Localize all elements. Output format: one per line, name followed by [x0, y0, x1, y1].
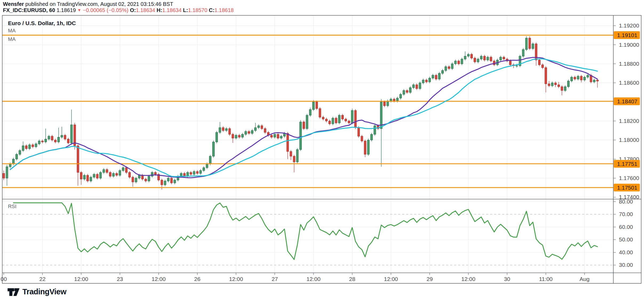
alert-price-badge[interactable]: 1.18407 [614, 97, 640, 105]
ma1-legend-label[interactable]: MA [8, 28, 16, 34]
price-tick-label: 1.18200 [619, 118, 639, 124]
price-tick-label: 1.17600 [619, 175, 639, 181]
page: Wensfer published on TradingView.com, Au… [0, 0, 644, 301]
price-tick-label: 1.18600 [619, 80, 639, 86]
time-tick-label: 11:00 [539, 276, 553, 282]
svg-text:1.18407: 1.18407 [617, 98, 637, 104]
time-axis[interactable]: 002212:002312:002612:002712:002812:00291… [1, 273, 589, 282]
price-tick-label: 1.18000 [619, 137, 639, 143]
rsi-tick-label: 30.00 [619, 262, 633, 268]
svg-text:1.17501: 1.17501 [617, 185, 637, 191]
gridlines [2, 15, 613, 273]
time-tick-label: 28 [349, 276, 355, 282]
time-tick-label: 27 [272, 276, 278, 282]
time-tick-label: 29 [427, 276, 433, 282]
time-tick-label: 30 [504, 276, 510, 282]
rsi-tick-label: 50.00 [619, 236, 633, 243]
rsi-tick-label: 60.00 [619, 224, 633, 230]
price-tick-label: 1.19000 [619, 42, 639, 48]
time-tick-label: 12:00 [306, 276, 321, 282]
tradingview-logo-icon [7, 287, 20, 296]
price-tick-label: 1.19200 [619, 22, 639, 29]
time-tick-label: 12:00 [229, 276, 243, 282]
time-tick-label: 00 [1, 276, 7, 282]
alert-price-badge[interactable]: 1.19101 [614, 31, 640, 39]
price-axis[interactable]: 1.192001.190001.188001.186001.184001.182… [613, 22, 640, 200]
tradingview-logo-text: TradingView [22, 287, 66, 296]
rsi-tick-label: 80.00 [619, 198, 633, 205]
svg-text:1.17751: 1.17751 [617, 161, 637, 167]
price-chart-canvas[interactable]: 1.192001.190001.188001.186001.184001.182… [0, 0, 644, 301]
time-tick-label: 12:00 [461, 276, 475, 282]
chart-title: Euro / U.S. Dollar, 1h, IDC [8, 20, 76, 26]
rsi-tick-label: 70.00 [619, 211, 633, 217]
candles-layer [3, 36, 598, 189]
chart-frame [2, 15, 641, 284]
ma2-legend-label[interactable]: MA [8, 36, 16, 42]
time-tick-label: Aug [579, 276, 589, 282]
rsi-line[interactable] [13, 203, 597, 259]
time-tick-label: 12:00 [74, 276, 88, 282]
svg-text:1.19101: 1.19101 [617, 32, 637, 38]
alert-price-badge[interactable]: 1.17751 [614, 160, 640, 168]
alert-price-badge[interactable]: 1.17501 [614, 184, 640, 191]
rsi-tick-label: 40.00 [619, 249, 633, 255]
rsi-axis[interactable]: 80.0070.0060.0050.0040.0030.00 [613, 198, 633, 268]
time-tick-label: 23 [117, 276, 123, 282]
time-tick-label: 22 [39, 276, 46, 282]
price-tick-label: 1.18800 [619, 61, 639, 67]
time-tick-label: 12:00 [152, 276, 166, 282]
ma-line-1[interactable] [10, 57, 597, 178]
alert-lines[interactable] [2, 35, 613, 188]
tradingview-logo[interactable]: TradingView [7, 287, 66, 296]
time-tick-label: 12:00 [384, 276, 398, 282]
rsi-legend-label[interactable]: RSI [8, 204, 17, 209]
time-tick-label: 26 [194, 276, 200, 282]
